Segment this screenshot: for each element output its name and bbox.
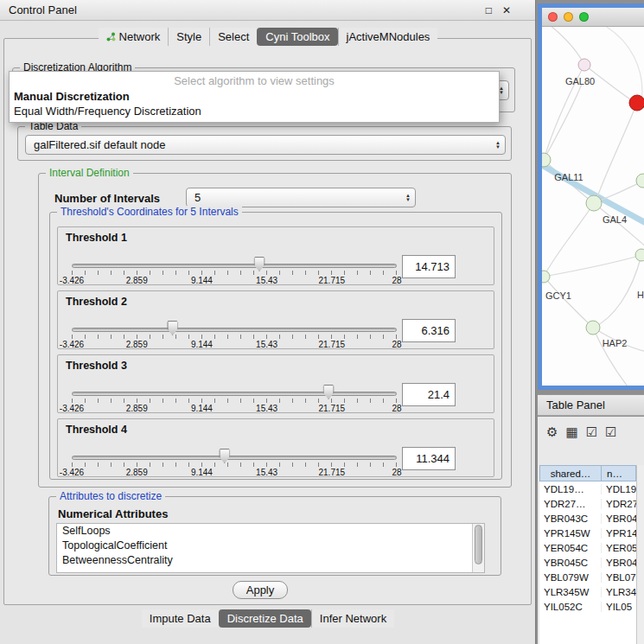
network-canvas[interactable]: GAL80GAL11GAL4GCY1HHAP2 (542, 27, 644, 386)
slider-thumb[interactable] (167, 321, 178, 335)
tab-cyni-toolbox[interactable]: Cyni Toolbox (257, 28, 337, 46)
number-of-intervals-combobox[interactable]: 5 ▲▼ (186, 188, 416, 207)
select-all-icon[interactable]: ☑ (586, 425, 597, 438)
table-row[interactable]: YDL19…YDL19 (539, 481, 636, 496)
threshold-value-field[interactable]: 11.344 (402, 447, 456, 470)
tab-network[interactable]: Network (99, 28, 169, 46)
threshold-slider[interactable]: -3.4262.8599.14415.4321.71528 (72, 450, 397, 476)
combo-arrows-icon: ▲▼ (405, 194, 411, 202)
threshold-value-field[interactable]: 14.713 (402, 255, 456, 278)
table-scrollbar[interactable] (636, 465, 644, 644)
show-columns-icon[interactable]: ▦ (565, 425, 577, 438)
network-edge[interactable] (544, 203, 594, 277)
scale-tick-label: 21.715 (319, 340, 346, 349)
select-none-icon[interactable]: ☑ (605, 425, 616, 438)
column-header-2[interactable]: n… (602, 465, 636, 481)
threshold-value-field[interactable]: 21.4 (402, 383, 456, 406)
tab-infer-network[interactable]: Infer Network (311, 609, 394, 628)
network-node[interactable] (586, 195, 602, 211)
scale-tick-label: 2.859 (126, 276, 148, 285)
close-window-icon[interactable]: ✕ (502, 4, 511, 16)
network-node-label: GAL4 (603, 214, 627, 225)
attributes-scrollbar[interactable] (472, 524, 484, 572)
cell-shared-name: YBR045C (539, 558, 602, 568)
float-window-icon[interactable]: □ (486, 4, 492, 16)
network-edge[interactable] (545, 27, 584, 65)
network-node[interactable] (578, 59, 590, 71)
gear-icon[interactable]: ⚙ (546, 425, 558, 438)
slider-thumb[interactable] (254, 257, 265, 271)
slider-track (72, 328, 397, 332)
cell-name: YPR14 (602, 528, 636, 539)
tab-discretize-data[interactable]: Discretize Data (219, 609, 311, 628)
column-header-1[interactable]: shared… (539, 465, 602, 481)
tab-label: Network (119, 30, 161, 43)
threshold-slider[interactable]: -3.4262.8599.14415.4321.71528 (72, 322, 397, 348)
table-row[interactable]: YDR27…YDR27 (539, 496, 636, 511)
table-row[interactable]: YBR043CYBR04 (539, 511, 636, 526)
combo-arrows-icon: ▲▼ (495, 141, 501, 150)
zoom-traffic-icon[interactable] (579, 12, 589, 22)
close-traffic-icon[interactable] (548, 12, 558, 22)
threshold-slider[interactable]: -3.4262.8599.14415.4321.71528 (72, 386, 397, 412)
table-row[interactable]: YLR345WYLR34 (539, 584, 636, 599)
network-node-label: H (637, 290, 644, 300)
number-of-intervals-value: 5 (194, 191, 201, 204)
network-edge[interactable] (544, 277, 593, 328)
network-node[interactable] (629, 95, 644, 111)
network-edge[interactable] (544, 84, 582, 160)
table-header-row: shared…n… (539, 465, 636, 481)
apply-button[interactable]: Apply (233, 581, 288, 599)
scale-tick-label: 21.715 (319, 276, 346, 285)
tab-style[interactable]: Style (168, 28, 209, 46)
scale-tick-label: 9.144 (191, 404, 213, 413)
cell-name: YBR04 (602, 558, 636, 568)
slider-ticks (72, 462, 397, 467)
control-panel-titlebar: Control Panel □ ✕ (0, 0, 535, 21)
slider-ticks (72, 271, 397, 275)
network-node[interactable] (635, 249, 644, 261)
slider-thumb[interactable] (323, 385, 335, 399)
attribute-item[interactable]: TopologicalCoefficient (57, 539, 484, 553)
attribute-item[interactable]: SelfLoops (57, 524, 484, 539)
scale-tick-label: 2.859 (126, 340, 148, 349)
network-node[interactable] (542, 271, 550, 283)
attributes-scrollbar-thumb[interactable] (475, 525, 482, 564)
network-node-label: GAL80 (565, 76, 595, 86)
numerical-attributes-list[interactable]: SelfLoopsTopologicalCoefficientBetweenne… (56, 523, 485, 573)
slider-thumb[interactable] (219, 449, 230, 463)
algorithm-option-manual-discretization[interactable]: Manual Discretization (10, 89, 499, 104)
attributes-legend: Attributes to discretize (56, 490, 165, 502)
control-panel: Control Panel □ ✕ NetworkStyleSelectCyni… (0, 0, 536, 644)
table-row[interactable]: YER054CYER05 (539, 540, 636, 555)
threshold-value-field[interactable]: 6.316 (402, 319, 456, 342)
tab-select[interactable]: Select (209, 28, 257, 46)
table-row[interactable]: YBR045CYBR04 (539, 555, 636, 570)
network-edge[interactable] (593, 328, 630, 386)
network-window-inner: GAL80GAL11GAL4GCY1HHAP2 (542, 8, 644, 386)
attributes-group: Attributes to discretize Numerical Attri… (48, 496, 501, 576)
network-edge[interactable] (593, 255, 641, 328)
tab-label: jActiveMNodules (347, 30, 430, 43)
table-row[interactable]: YPR145WYPR14 (539, 526, 636, 540)
network-node[interactable] (636, 174, 644, 188)
network-node-label: GCY1 (545, 290, 571, 301)
screen: Control Panel □ ✕ NetworkStyleSelectCyni… (0, 0, 644, 644)
algorithm-option-equal-width-frequency-discretization[interactable]: Equal Width/Frequency Discretization (10, 104, 499, 118)
network-edge[interactable] (544, 256, 639, 277)
number-of-intervals-label: Number of Intervals (54, 192, 160, 205)
tab-impute-data[interactable]: Impute Data (142, 609, 219, 628)
threshold-slider[interactable]: -3.4262.8599.14415.4321.71528 (72, 258, 397, 284)
cell-name: YER05 (602, 543, 636, 553)
minimize-traffic-icon[interactable] (564, 12, 573, 22)
network-window: GAL80GAL11GAL4GCY1HHAP2 (538, 3, 644, 390)
slider-ticks (72, 399, 397, 403)
table-row[interactable]: YBL079WYBL07 (539, 570, 636, 584)
tab-jactivemnodules[interactable]: jActiveMNodules (338, 28, 438, 46)
table-row[interactable]: YIL052CYIL05 (539, 599, 636, 614)
scale-tick-label: 9.144 (191, 340, 213, 349)
table-data-combobox[interactable]: galFiltered.sif default node ▲▼ (25, 135, 506, 155)
threshold-panel: Threshold 1-3.4262.8599.14415.4321.71528… (57, 226, 494, 285)
attribute-item[interactable]: BetweennessCentrality (57, 553, 484, 568)
network-node[interactable] (586, 321, 600, 335)
